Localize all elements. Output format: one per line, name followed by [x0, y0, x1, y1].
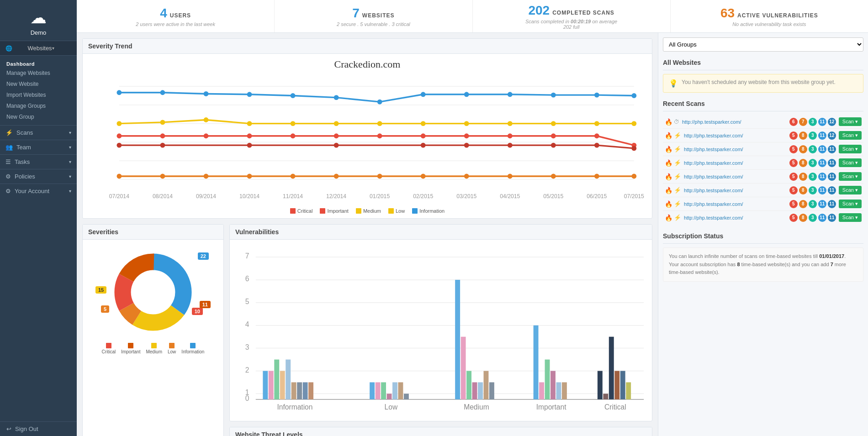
- websites-number: 7: [352, 6, 360, 21]
- policies-arrow: ▾: [69, 174, 71, 179]
- vuln-bar-svg: 7 6 5 4 3 2 1 0: [234, 244, 647, 415]
- scan-icons: 🔥 ⚡: [665, 132, 681, 139]
- scan-row: 🔥 ⚡ http://php.testsparker.com/ 5 8 3 11…: [663, 142, 863, 156]
- scan-row: 🔥 ⚡ http://php.testsparker.com/ 5 8 3 11…: [663, 211, 863, 224]
- svg-point-86: [132, 271, 175, 314]
- dashboard-label[interactable]: Dashboard: [0, 58, 77, 68]
- svg-point-10: [291, 93, 296, 98]
- svg-point-40: [464, 133, 469, 138]
- svg-point-57: [204, 174, 209, 179]
- svg-rect-125: [478, 382, 483, 399]
- svg-point-9: [247, 92, 252, 97]
- scan-url[interactable]: http://php.testsparker.com/: [684, 160, 787, 166]
- subscription-box: You can launch infinite number of scans …: [663, 247, 863, 282]
- svg-point-56: [160, 174, 165, 179]
- svg-point-48: [334, 143, 339, 148]
- scan-url[interactable]: http://php.testsparker.com/: [684, 215, 787, 221]
- nav-new-group[interactable]: New Group: [0, 111, 77, 122]
- svg-text:12/2014: 12/2014: [326, 193, 346, 200]
- svg-text:6: 6: [245, 275, 249, 283]
- scan-badges: 5 8 3 11 11: [789, 200, 836, 208]
- trend-legend: Critical Important Medium Low: [88, 208, 646, 214]
- legend-critical: Critical: [290, 208, 313, 214]
- websites-toggle[interactable]: 🌐 Websites ▾: [0, 41, 77, 56]
- scan-url[interactable]: http://php.testsparker.com/: [684, 174, 787, 179]
- svg-point-66: [594, 174, 599, 179]
- svg-rect-132: [550, 371, 556, 399]
- nav-section: Dashboard Manage Websites New Website Im…: [0, 56, 77, 125]
- scan-icons: 🔥 ⚡: [665, 187, 681, 194]
- scan-url[interactable]: http://php.testsparker.com/: [684, 188, 787, 193]
- scan-button[interactable]: Scan ▾: [839, 213, 862, 222]
- badge-orange: 8: [799, 145, 807, 153]
- scan-url[interactable]: http://php.testsparker.com/: [684, 147, 787, 152]
- svg-point-28: [508, 121, 513, 126]
- users-sub: 2 users were active in the last week: [136, 21, 215, 27]
- badge-orange: 8: [799, 186, 807, 194]
- nav-new-website[interactable]: New Website: [0, 79, 77, 89]
- badge-blue-dark: 11: [828, 200, 836, 208]
- badge-teal: 3: [809, 214, 817, 222]
- right-panel: All Groups All Websites 💡 You haven't sc…: [658, 33, 868, 436]
- scan-button[interactable]: Scan ▾: [839, 131, 862, 140]
- svg-point-30: [594, 121, 599, 126]
- recent-scans-title: Recent Scans: [663, 97, 863, 111]
- scan-icons: 🔥 ⚡: [665, 200, 681, 208]
- scan-badges: 5 8 3 11 11: [789, 214, 836, 222]
- svg-text:07/2015: 07/2015: [624, 193, 644, 200]
- scan-icons: 🔥 ⚡: [665, 214, 681, 221]
- scan-button[interactable]: Scan ▾: [839, 145, 862, 153]
- svg-point-49: [421, 143, 426, 148]
- badge-10: 10: [192, 308, 203, 315]
- scan-button[interactable]: Scan ▾: [839, 117, 862, 126]
- scans-arrow: ▾: [69, 130, 71, 135]
- svg-point-36: [291, 133, 296, 138]
- scan-url[interactable]: http://php.testsparker.com/: [684, 201, 787, 207]
- nav-import-websites[interactable]: Import Websites: [0, 89, 77, 100]
- badge-blue-med: 11: [818, 131, 826, 140]
- svg-point-15: [508, 92, 513, 97]
- legend-medium: Medium: [356, 208, 381, 214]
- scan-button[interactable]: Scan ▾: [839, 186, 862, 194]
- svg-point-38: [377, 133, 382, 138]
- nav-team[interactable]: 👥 Team ▾: [0, 140, 77, 154]
- vuln-label: ACTIVE VULNERABILITIES: [737, 12, 818, 19]
- svg-rect-105: [274, 360, 279, 399]
- bolt-icon: ⚡: [674, 187, 681, 194]
- scan-url[interactable]: http://php.testsparker.com/: [684, 133, 787, 138]
- nav-your-account[interactable]: ⚙ Your Account ▾: [0, 184, 77, 198]
- fire-icon: 🔥: [665, 159, 672, 167]
- nav-manage-websites[interactable]: Manage Websites: [0, 68, 77, 79]
- scan-button[interactable]: Scan ▾: [839, 158, 862, 167]
- svg-point-42: [551, 133, 556, 138]
- badge-red: 5: [789, 159, 798, 167]
- svg-point-11: [334, 95, 339, 100]
- nav-scans[interactable]: ⚡ Scans ▾: [0, 125, 77, 140]
- badge-orange: 8: [799, 159, 807, 167]
- svg-point-33: [160, 133, 165, 138]
- fire-icon: 🔥: [665, 214, 672, 221]
- svg-rect-104: [269, 371, 274, 399]
- badge-blue-med: 11: [818, 118, 826, 126]
- scan-url[interactable]: http://php.testsparker.com/: [682, 119, 787, 125]
- svg-text:7: 7: [245, 252, 249, 260]
- sign-out[interactable]: ↩ Sign Out: [0, 421, 77, 436]
- svg-point-39: [421, 133, 426, 138]
- website-threat-card: Website Threat Levels 3: [229, 427, 652, 436]
- sev-information: Information: [181, 343, 204, 354]
- group-select[interactable]: All Groups: [663, 37, 863, 52]
- scan-button[interactable]: Scan ▾: [839, 172, 862, 181]
- svg-text:5: 5: [245, 298, 249, 305]
- badge-blue-dark: 11: [828, 214, 836, 222]
- badge-red: 5: [789, 186, 798, 194]
- websites-label: WEBSITES: [362, 12, 395, 19]
- svg-point-21: [204, 117, 209, 122]
- vulnerabilities-card: Vulnerabilities 7 6 5 4 3 2 1: [229, 224, 652, 421]
- scan-button[interactable]: Scan ▾: [839, 200, 862, 208]
- nav-tasks[interactable]: ☰ Tasks ▾: [0, 154, 77, 169]
- svg-point-23: [291, 121, 296, 126]
- nav-policies[interactable]: ⚙ Policies ▾: [0, 169, 77, 184]
- nav-manage-groups[interactable]: Manage Groups: [0, 100, 77, 111]
- bolt-icon: ⚡: [5, 129, 13, 136]
- badge-blue-med: 11: [818, 173, 826, 181]
